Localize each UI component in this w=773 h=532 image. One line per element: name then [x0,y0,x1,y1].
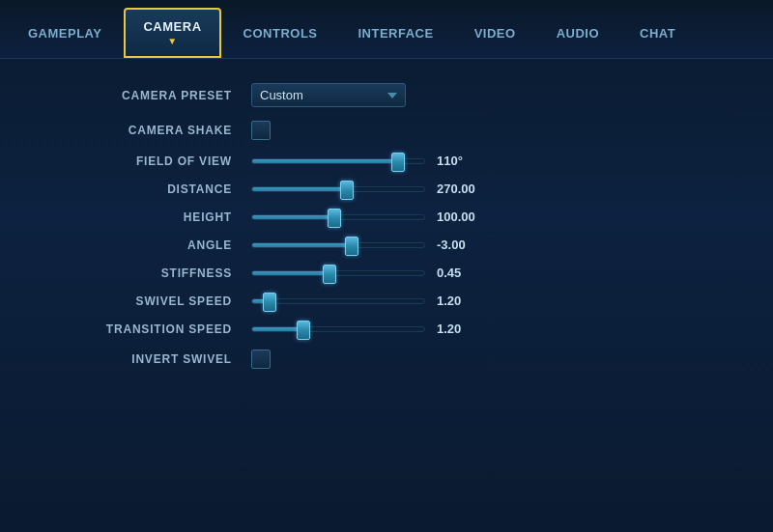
chevron-down-icon [387,93,397,98]
stiffness-slider[interactable] [251,270,425,276]
tab-audio[interactable]: AUDIO [538,15,617,51]
tab-chat[interactable]: CHAT [621,15,694,51]
height-slider-container: 100.00 [251,210,485,224]
tab-controls[interactable]: CONTROLS [225,15,336,51]
tab-video[interactable]: VIDEO [456,15,534,51]
field-of-view-label: FIELD OF VIEW [39,154,232,168]
swivel-speed-slider-container: 1.20 [251,294,485,308]
distance-value: 270.00 [437,182,485,196]
invert-swivel-checkbox[interactable] [251,350,271,369]
angle-label: ANGLE [39,238,232,252]
transition-speed-slider[interactable] [251,326,425,332]
tab-gameplay[interactable]: GAMEPLAY [10,15,120,51]
camera-shake-row: CAMERA SHAKE [39,121,734,140]
height-label: HEIGHT [39,210,232,224]
swivel-speed-value: 1.20 [437,294,485,308]
field-of-view-value: 110° [437,154,485,168]
angle-row: ANGLE -3.00 [39,238,734,252]
slider-thumb[interactable] [328,209,341,228]
slider-thumb[interactable] [323,265,336,284]
height-value: 100.00 [437,210,485,224]
angle-slider-container: -3.00 [251,238,485,252]
stiffness-value: 0.45 [437,266,485,280]
stiffness-row: STIFFNESS 0.45 [39,266,734,280]
transition-speed-value: 1.20 [437,322,485,336]
distance-slider-container: 270.00 [251,182,485,196]
slider-thumb[interactable] [263,293,276,312]
invert-swivel-label: INVERT SWIVEL [39,352,232,366]
camera-preset-value: Custom [260,88,380,102]
swivel-speed-label: SWIVEL SPEED [39,294,232,308]
camera-preset-dropdown[interactable]: Custom [251,83,406,107]
camera-preset-label: CAMERA PRESET [39,89,232,102]
distance-label: DISTANCE [39,182,232,196]
tab-camera[interactable]: CAMERA [124,8,220,58]
field-of-view-slider-container: 110° [251,154,485,168]
distance-row: DISTANCE 270.00 [39,182,734,196]
slider-thumb[interactable] [297,321,310,340]
stiffness-label: STIFFNESS [39,266,232,280]
camera-preset-row: CAMERA PRESET Custom [39,83,734,107]
slider-thumb[interactable] [340,181,354,200]
settings-panel: CAMERA PRESET Custom CAMERA SHAKE FIELD … [0,59,773,406]
transition-speed-label: TRANSITION SPEED [39,322,232,336]
stiffness-slider-container: 0.45 [251,266,485,280]
height-row: HEIGHT 100.00 [39,210,734,224]
angle-slider[interactable] [251,242,425,248]
camera-shake-label: CAMERA SHAKE [39,124,232,137]
angle-value: -3.00 [437,238,485,252]
invert-swivel-row: INVERT SWIVEL [39,350,734,369]
tab-interface[interactable]: INTERFACE [340,15,452,51]
transition-speed-slider-container: 1.20 [251,322,485,336]
field-of-view-slider[interactable] [251,158,425,164]
swivel-speed-slider[interactable] [251,298,425,304]
height-slider[interactable] [251,214,425,220]
camera-shake-checkbox[interactable] [251,121,271,140]
transition-speed-row: TRANSITION SPEED 1.20 [39,322,734,336]
tab-bar: GAMEPLAY CAMERA CONTROLS INTERFACE VIDEO… [0,0,773,59]
field-of-view-row: FIELD OF VIEW 110° [39,154,734,168]
slider-thumb[interactable] [391,153,405,172]
swivel-speed-row: SWIVEL SPEED 1.20 [39,294,734,308]
slider-thumb[interactable] [345,237,358,256]
distance-slider[interactable] [251,186,425,192]
